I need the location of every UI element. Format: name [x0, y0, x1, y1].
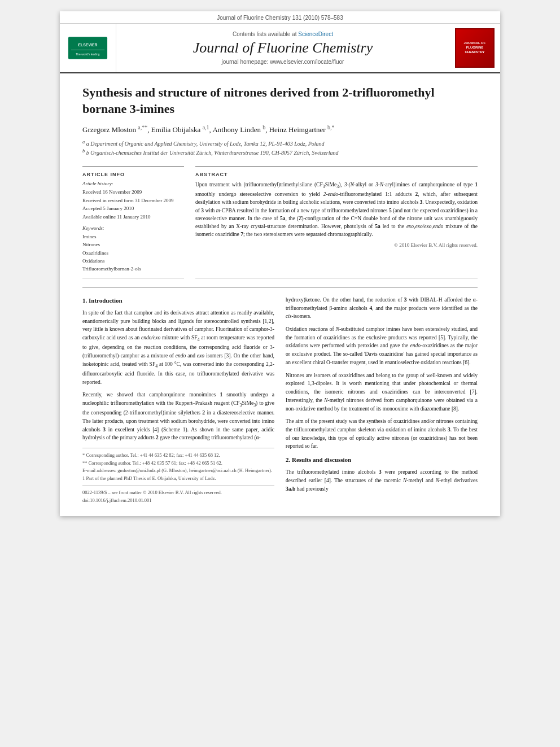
keyword-3: Oxaziridines — [82, 249, 184, 257]
affiliation-b: b b Organisch-chemisches Institut der Un… — [82, 148, 478, 157]
citation-text: Journal of Fluorine Chemistry 131 (2010)… — [217, 15, 343, 21]
page: Journal of Fluorine Chemistry 131 (2010)… — [60, 11, 500, 516]
sciencedirect-link[interactable]: ScienceDirect — [298, 31, 333, 37]
section-divider — [82, 287, 478, 288]
sciencedirect-label: Contents lists available at — [233, 31, 296, 37]
keywords-label: Keywords: — [82, 225, 184, 231]
journal-logo-text: JOURNAL OF FLUORINE CHEMISTRY — [458, 41, 491, 54]
footnote-email: E-mail addresses: gmloston@uni.lodz.pl (… — [82, 467, 274, 475]
journal-homepage: journal homepage: www.elsevier.com/locat… — [222, 59, 344, 65]
keyword-1: Imines — [82, 233, 184, 241]
svg-text:ELSEVIER: ELSEVIER — [78, 43, 97, 47]
journal-logo-area: JOURNAL OF FLUORINE CHEMISTRY — [449, 24, 500, 72]
svg-text:The world's leading: The world's leading — [76, 53, 100, 56]
journal-title: Journal of Fluorine Chemistry — [193, 40, 373, 56]
abstract-label: ABSTRACT — [195, 172, 478, 177]
footnote-1: 1 Part of the planned PhD Thesis of E. O… — [82, 475, 274, 483]
elsevier-logo-area: ELSEVIER The world's leading — [60, 24, 116, 72]
copyright-text: © 2010 Elsevier B.V. All rights reserved… — [195, 242, 478, 248]
article-info-label: ARTICLE INFO — [82, 172, 184, 177]
svg-rect-2 — [71, 50, 104, 50]
history-label: Article history: — [82, 181, 184, 186]
left-body-col: 1. Introduction In spite of the fact tha… — [82, 296, 274, 505]
doi-text: doi:10.1016/j.jfluchem.2010.01.001 — [82, 497, 274, 505]
abstract-text: Upon treatment with (trifluoromethyl)tri… — [195, 181, 478, 238]
accepted-date: Accepted 5 January 2010 — [82, 204, 184, 212]
article-title: Synthesis and structure of nitrones deri… — [82, 85, 478, 117]
right-body-col: hydroxy)ketone. On the other hand, the r… — [286, 296, 478, 505]
authors-line: Grzegorz Mloston a,**, Emilia Obijalska … — [82, 124, 478, 136]
keyword-2: Nitrones — [82, 241, 184, 248]
received-date: Received 16 November 2009 — [82, 188, 184, 196]
available-date: Available online 11 January 2010 — [82, 213, 184, 221]
keywords-list: Imines Nitrones Oxaziridines Oxidations … — [82, 233, 184, 273]
keyword-4: Oxidations — [82, 257, 184, 265]
article-dates: Received 16 November 2009 Received in re… — [82, 188, 184, 221]
journal-title-area: Contents lists available at ScienceDirec… — [116, 24, 449, 72]
main-content: Synthesis and structure of nitrones deri… — [60, 73, 500, 516]
info-abstract-row: ARTICLE INFO Article history: Received 1… — [82, 166, 478, 278]
intro-para-2: Recently, we showed that camphorquinone … — [82, 391, 274, 442]
footnote-star2: ** Corresponding author. Tel.: +48 42 63… — [82, 460, 274, 468]
footnotes: * Corresponding author. Tel.: +41 44 635… — [82, 448, 274, 505]
results-heading: 2. Results and discussion — [286, 455, 478, 465]
revised-date: Received in revised form 31 December 200… — [82, 196, 184, 204]
introduction-heading: 1. Introduction — [82, 296, 274, 305]
elsevier-logo-icon: ELSEVIER The world's leading — [65, 34, 110, 62]
right-para-5: The trifluoromethylated imino alcohols 3… — [286, 468, 478, 493]
abstract-box: ABSTRACT Upon treatment with (trifluorom… — [195, 166, 478, 278]
journal-header: ELSEVIER The world's leading Contents li… — [60, 24, 500, 73]
sciencedirect-info: Contents lists available at ScienceDirec… — [233, 31, 333, 37]
intro-para-1: In spite of the fact that camphor and it… — [82, 309, 274, 386]
right-para-2: Oxidation reactions of N-substituted cam… — [286, 325, 478, 367]
affiliations: a a Department of Organic and Applied Ch… — [82, 139, 478, 158]
journal-logo-box: JOURNAL OF FLUORINE CHEMISTRY — [455, 28, 495, 68]
affiliation-a: a a Department of Organic and Applied Ch… — [82, 139, 478, 148]
issn-text: 0022-1139/$ – see front matter © 2010 El… — [82, 489, 274, 497]
keyword-5: Trifluoromethylbornan-2-ols — [82, 265, 184, 273]
right-para-1: hydroxy)ketone. On the other hand, the r… — [286, 296, 478, 321]
homepage-text: journal homepage: www.elsevier.com/locat… — [222, 59, 344, 65]
article-info-box: ARTICLE INFO Article history: Received 1… — [82, 166, 184, 278]
right-para-3: Nitrones are isomers of oxaziridines and… — [286, 372, 478, 413]
body-columns: 1. Introduction In spite of the fact tha… — [82, 296, 478, 505]
citation-bar: Journal of Fluorine Chemistry 131 (2010)… — [60, 11, 500, 24]
doi-bar: 0022-1139/$ – see front matter © 2010 El… — [82, 486, 274, 504]
right-para-4: The aim of the present study was the syn… — [286, 417, 478, 451]
footnote-star: * Corresponding author. Tel.: +41 44 635… — [82, 452, 274, 460]
